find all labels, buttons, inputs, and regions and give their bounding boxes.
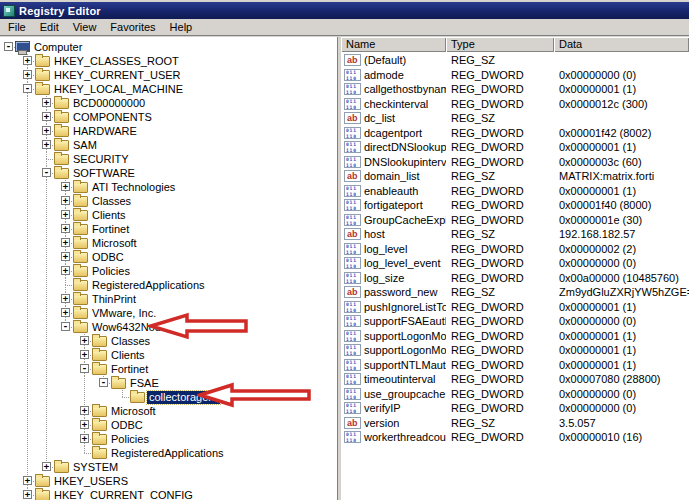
tree-row[interactable]: collectoragent [2, 390, 337, 404]
value-row[interactable]: directDNSlookup REG_DWORD 0x00000001 (1) [341, 140, 689, 155]
tree-node-label[interactable]: ThinPrint [90, 293, 138, 306]
tree-row[interactable]: + ATI Technologies [2, 180, 337, 194]
expand-toggle[interactable]: + [61, 252, 70, 261]
tree-row[interactable]: + Clients [2, 208, 337, 222]
tree-row[interactable]: + VMware, Inc. [2, 306, 337, 320]
value-row[interactable]: password_new REG_SZ Zm9ydGluZXRjYW5hZGE= [341, 285, 689, 300]
value-row[interactable]: supportLogonMo... REG_DWORD 0x00000001 (… [341, 329, 689, 344]
tree-node-label[interactable]: ATI Technologies [90, 181, 177, 194]
tree-row[interactable]: + HKEY_CLASSES_ROOT [2, 54, 337, 68]
tree-node-label[interactable]: BCD00000000 [71, 97, 147, 110]
tree-row[interactable]: + ODBC [2, 418, 337, 432]
expand-toggle[interactable]: + [42, 462, 51, 471]
value-row[interactable]: dc_list REG_SZ [341, 111, 689, 126]
expand-toggle[interactable]: + [42, 112, 51, 121]
tree-row[interactable]: + Classes [2, 194, 337, 208]
expand-toggle[interactable]: + [80, 336, 89, 345]
value-row[interactable]: supportLogonMo... REG_DWORD 0x00000001 (… [341, 343, 689, 358]
tree-node-label[interactable]: ODBC [90, 251, 126, 264]
expand-toggle[interactable]: + [80, 434, 89, 443]
value-row[interactable]: domain_list REG_SZ MATRIX:matrix.forti [341, 169, 689, 184]
tree-node-label[interactable]: SYSTEM [71, 461, 120, 474]
expand-toggle[interactable]: + [80, 420, 89, 429]
expand-toggle[interactable]: + [61, 238, 70, 247]
tree-node-label[interactable]: SECURITY [71, 153, 131, 166]
tree-row[interactable]: + ThinPrint [2, 292, 337, 306]
menu-edit[interactable]: Edit [33, 20, 66, 35]
expand-toggle[interactable]: + [80, 350, 89, 359]
tree-node-label[interactable]: RegisteredApplications [90, 279, 207, 292]
tree-row[interactable]: + Clients [2, 348, 337, 362]
tree-node-label[interactable]: SAM [71, 139, 99, 152]
tree-node-label[interactable]: Clients [90, 209, 128, 222]
tree-node-label[interactable]: Microsoft [109, 405, 158, 418]
menu-favorites[interactable]: Favorites [103, 20, 162, 35]
tree-row[interactable]: SECURITY [2, 152, 337, 166]
expand-toggle[interactable]: + [23, 56, 32, 65]
tree-node-label[interactable]: HKEY_USERS [52, 475, 130, 488]
tree-view[interactable]: - Computer + HKEY_CLASSES_ROOT + HKEY_CU… [0, 37, 338, 500]
tree-row[interactable]: + HKEY_USERS [2, 474, 337, 488]
tree-row[interactable]: + HKEY_CURRENT_USER [2, 68, 337, 82]
value-row[interactable]: (Default) REG_SZ [341, 53, 689, 68]
value-row[interactable]: DNSlookupinterval REG_DWORD 0x0000003c (… [341, 155, 689, 170]
tree-row[interactable]: - SOFTWARE [2, 166, 337, 180]
value-row[interactable]: version REG_SZ 3.5.057 [341, 416, 689, 431]
expand-toggle[interactable]: + [61, 196, 70, 205]
column-header-name[interactable]: Name [341, 37, 446, 52]
value-row[interactable]: log_size REG_DWORD 0x00a00000 (10485760) [341, 271, 689, 286]
expand-toggle[interactable]: - [42, 168, 51, 177]
tree-row[interactable]: - Computer [2, 40, 337, 54]
tree-node-label[interactable]: collectoragent [147, 391, 220, 404]
tree-node-label[interactable]: Policies [90, 265, 132, 278]
tree-row[interactable]: + Microsoft [2, 236, 337, 250]
value-row[interactable]: log_level_event REG_DWORD 0x00000000 (0) [341, 256, 689, 271]
tree-node-label[interactable]: ODBC [109, 419, 145, 432]
expand-toggle[interactable]: - [4, 42, 13, 51]
tree-row[interactable]: + Policies [2, 432, 337, 446]
value-row[interactable]: GroupCacheExpir... REG_DWORD 0x0000001e … [341, 213, 689, 228]
expand-toggle[interactable]: + [61, 308, 70, 317]
tree-row[interactable]: - FSAE [2, 376, 337, 390]
tree-node-label[interactable]: Clients [109, 349, 147, 362]
expand-toggle[interactable]: + [23, 476, 32, 485]
tree-node-label[interactable]: Fortinet [90, 223, 131, 236]
value-row[interactable]: log_level REG_DWORD 0x00000002 (2) [341, 242, 689, 257]
tree-row[interactable]: + Fortinet [2, 222, 337, 236]
value-row[interactable]: workerthreadcount REG_DWORD 0x00000010 (… [341, 430, 689, 445]
menu-view[interactable]: View [66, 20, 104, 35]
menu-help[interactable]: Help [163, 20, 200, 35]
tree-row[interactable]: + BCD00000000 [2, 96, 337, 110]
value-row[interactable]: host REG_SZ 192.168.182.57 [341, 227, 689, 242]
tree-node-label[interactable]: Computer [32, 41, 84, 54]
tree-node-label[interactable]: Policies [109, 433, 151, 446]
expand-toggle[interactable]: - [61, 322, 70, 331]
value-row[interactable]: verifyIP REG_DWORD 0x00000000 (0) [341, 401, 689, 416]
expand-toggle[interactable]: + [42, 140, 51, 149]
expand-toggle[interactable]: + [42, 126, 51, 135]
tree-row[interactable]: + HARDWARE [2, 124, 337, 138]
menu-file[interactable]: File [1, 20, 33, 35]
expand-toggle[interactable]: + [23, 490, 32, 499]
tree-node-label[interactable]: Classes [109, 335, 152, 348]
tree-node-label[interactable]: Microsoft [90, 237, 139, 250]
tree-node-label[interactable]: HKEY_CURRENT_CONFIG [52, 489, 195, 500]
tree-row[interactable]: - Fortinet [2, 362, 337, 376]
tree-node-label[interactable]: Wow6432Node [90, 321, 169, 334]
tree-row[interactable]: + COMPONENTS [2, 110, 337, 124]
expand-toggle[interactable]: + [42, 98, 51, 107]
tree-node-label[interactable]: Classes [90, 195, 133, 208]
tree-node-label[interactable]: COMPONENTS [71, 111, 154, 124]
value-row[interactable]: enableauth REG_DWORD 0x00000001 (1) [341, 184, 689, 199]
value-row[interactable]: admode REG_DWORD 0x00000000 (0) [341, 68, 689, 83]
value-row[interactable]: supportNTLMauth REG_DWORD 0x00000001 (1) [341, 358, 689, 373]
tree-node-label[interactable]: HARDWARE [71, 125, 139, 138]
tree-row[interactable]: + ODBC [2, 250, 337, 264]
expand-toggle[interactable]: - [80, 364, 89, 373]
tree-row[interactable]: + Microsoft [2, 404, 337, 418]
tree-node-label[interactable]: HKEY_LOCAL_MACHINE [52, 83, 185, 96]
expand-toggle[interactable]: + [61, 266, 70, 275]
value-row[interactable]: fortigateport REG_DWORD 0x00001f40 (8000… [341, 198, 689, 213]
expand-toggle[interactable]: + [61, 210, 70, 219]
tree-node-label[interactable]: Fortinet [109, 363, 150, 376]
